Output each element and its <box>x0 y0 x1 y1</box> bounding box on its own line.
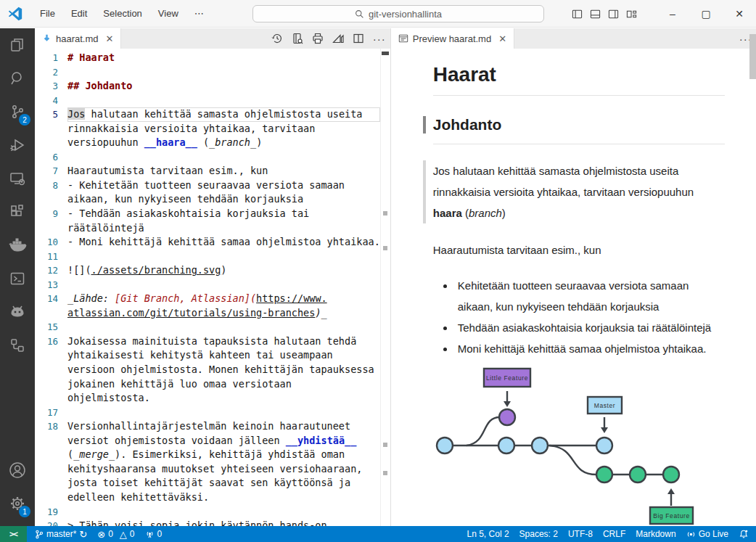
line-number[interactable]: 16 <box>35 334 67 349</box>
menu-file[interactable]: File <box>32 0 63 28</box>
code-line-text[interactable] <box>67 320 380 334</box>
code-row[interactable]: 15 <box>35 320 390 334</box>
code-row[interactable]: (_merge_). Esimerkiksi, kehittäjä yhdist… <box>35 448 390 462</box>
menu-edit[interactable]: Edit <box>63 0 95 28</box>
eol-sequence[interactable]: CRLF <box>598 526 630 542</box>
run-debug-icon[interactable] <box>0 128 35 162</box>
code-row[interactable]: 19 <box>35 505 390 520</box>
code-row[interactable]: 5Jos halutaan kehittää samasta ohjelmist… <box>35 107 390 122</box>
code-row[interactable]: 8- Kehitetään tuotteen seuraavaa versiot… <box>35 178 390 193</box>
code-line-text[interactable]: ## Johdanto <box>67 79 380 94</box>
line-number[interactable]: 12 <box>35 263 67 278</box>
editor-more-actions[interactable]: ··· <box>373 33 386 45</box>
line-number[interactable] <box>35 490 67 505</box>
code-line-text[interactable]: aikaan, kun nykyiseen tehdään korjauksia <box>67 192 380 207</box>
code-row[interactable]: 10- Moni kehittäjä kehittää samaa ohjelm… <box>35 235 390 250</box>
code-row[interactable]: 20> Tähän voisi sopia jokin käytännön ha… <box>35 519 390 526</box>
line-number[interactable]: 8 <box>35 178 67 193</box>
terminal-icon[interactable] <box>0 262 35 295</box>
code-line-text[interactable]: josta toiset kehittäjät saavat sen käytt… <box>67 476 380 490</box>
code-line-text[interactable]: - Moni kehittäjä kehittää samaa ohjelmis… <box>67 235 380 250</box>
print-icon[interactable] <box>312 33 324 44</box>
code-row[interactable]: versioon ohjelmistosta. Monen kehittäjän… <box>35 363 390 377</box>
code-row[interactable]: 3## Johdanto <box>35 79 390 94</box>
code-line-text[interactable]: Jos halutaan kehittää samasta ohjelmisto… <box>67 107 380 122</box>
notifications-bell[interactable] <box>734 526 756 542</box>
line-number[interactable]: 6 <box>35 150 67 165</box>
menu-overflow[interactable]: ⋯ <box>186 0 212 28</box>
line-number[interactable] <box>35 363 67 377</box>
code-row[interactable]: edelleen kehitettäväksi. <box>35 490 390 505</box>
menu-view[interactable]: View <box>150 0 186 28</box>
line-number[interactable] <box>35 348 67 363</box>
code-editor[interactable]: 1# Haarat23## Johdanto45Jos halutaan keh… <box>35 49 390 526</box>
code-row[interactable]: 2 <box>35 65 390 80</box>
line-number[interactable] <box>35 377 67 392</box>
tab-haarat-md[interactable]: haarat.md ✕ <box>35 28 121 49</box>
code-row[interactable]: versiot ohjemistosta voidaan jälleen __y… <box>35 434 390 448</box>
line-number[interactable]: 11 <box>35 250 67 264</box>
remote-explorer-icon[interactable] <box>0 162 35 195</box>
line-number[interactable] <box>35 462 67 477</box>
code-row[interactable]: ohjelmistosta. <box>35 391 390 406</box>
code-row[interactable]: 9- Tehdään asiakaskohtaisia korjauksia t… <box>35 207 390 221</box>
code-line-text[interactable]: yhtaikaisesti kehitystä kahteen tai usea… <box>67 348 380 363</box>
line-number[interactable] <box>35 306 67 321</box>
search-sidebar-icon[interactable] <box>0 62 35 95</box>
code-row[interactable]: 16Jokaisessa mainituista tapauksista hal… <box>35 334 390 349</box>
flow-graph-icon[interactable] <box>0 329 35 362</box>
code-row[interactable]: atlassian.com/git/tutorials/using-branch… <box>35 306 390 321</box>
code-line-text[interactable]: - Tehdään asiakaskohtaisia korjauksia ta… <box>67 207 380 221</box>
code-line-text[interactable]: versiot ohjemistosta voidaan jälleen __y… <box>67 434 380 448</box>
line-number[interactable]: 15 <box>35 320 67 334</box>
code-line-text[interactable]: _Lähde: [Git Branch, Atlassian](https://… <box>67 292 380 306</box>
line-number[interactable] <box>35 122 67 136</box>
line-number[interactable] <box>35 476 67 490</box>
code-line-text[interactable]: versiopuuhun __haara__ (_branch_) <box>67 136 380 150</box>
code-row[interactable]: jokainen kehittäjä luo omaa versiotaan <box>35 377 390 392</box>
code-line-text[interactable]: atlassian.com/git/tutorials/using-branch… <box>67 306 380 321</box>
open-preview-icon[interactable] <box>292 33 303 44</box>
code-row[interactable]: versiopuuhun __haara__ (_branch_) <box>35 136 390 150</box>
line-number[interactable] <box>35 221 67 236</box>
line-number[interactable]: 4 <box>35 94 67 108</box>
toggle-panel-icon[interactable] <box>590 9 601 20</box>
tab-preview-haarat-md[interactable]: Preview haarat.md ✕ <box>391 28 514 49</box>
code-row[interactable]: 11 <box>35 250 390 264</box>
line-number[interactable]: 1 <box>35 51 67 65</box>
code-row[interactable]: aikaan, kun nykyiseen tehdään korjauksia <box>35 192 390 207</box>
code-line-text[interactable] <box>67 94 380 108</box>
line-number[interactable] <box>35 192 67 207</box>
explorer-icon[interactable] <box>0 28 35 62</box>
language-mode[interactable]: Markdown <box>630 526 681 542</box>
code-line-text[interactable]: kehityshaaransa muutokset yhteiseen vers… <box>67 462 380 477</box>
robot-icon[interactable] <box>0 295 35 329</box>
close-button[interactable]: ✕ <box>723 0 756 28</box>
line-number[interactable]: 14 <box>35 292 67 306</box>
menu-selection[interactable]: Selection <box>95 0 149 28</box>
line-number[interactable]: 5 <box>35 107 67 122</box>
code-line-text[interactable]: - Kehitetään tuotteen seuraavaa versiota… <box>67 178 380 193</box>
toggle-secondary-sidebar-icon[interactable] <box>608 9 619 20</box>
code-line-text[interactable] <box>67 65 380 80</box>
line-number[interactable]: 18 <box>35 419 67 434</box>
line-number[interactable] <box>35 391 67 406</box>
customize-layout-icon[interactable] <box>626 9 637 20</box>
code-row[interactable]: 14_Lähde: [Git Branch, Atlassian](https:… <box>35 292 390 306</box>
encoding[interactable]: UTF-8 <box>563 526 598 542</box>
code-row[interactable]: räätälöintejä <box>35 221 390 236</box>
code-row[interactable]: rinnakkaisia versioita yhtaikaa, tarvita… <box>35 122 390 136</box>
extensions-icon[interactable] <box>0 195 35 229</box>
line-number[interactable]: 3 <box>35 79 67 94</box>
minimize-button[interactable]: – <box>656 0 689 28</box>
tab-close-icon[interactable]: ✕ <box>106 33 114 44</box>
code-line-text[interactable]: edelleen kehitettäväksi. <box>67 490 380 505</box>
code-row[interactable]: 6 <box>35 150 390 165</box>
code-line-text[interactable]: rinnakkaisia versioita yhtaikaa, tarvita… <box>67 122 380 136</box>
remote-indicator[interactable]: >< <box>0 526 27 542</box>
tab-close-icon[interactable]: ✕ <box>498 33 506 44</box>
code-row[interactable]: josta toiset kehittäjät saavat sen käytt… <box>35 476 390 490</box>
line-number[interactable]: 7 <box>35 164 67 178</box>
settings-gear-icon[interactable]: 1 <box>0 487 35 520</box>
code-line-text[interactable]: jokainen kehittäjä luo omaa versiotaan <box>67 377 380 392</box>
